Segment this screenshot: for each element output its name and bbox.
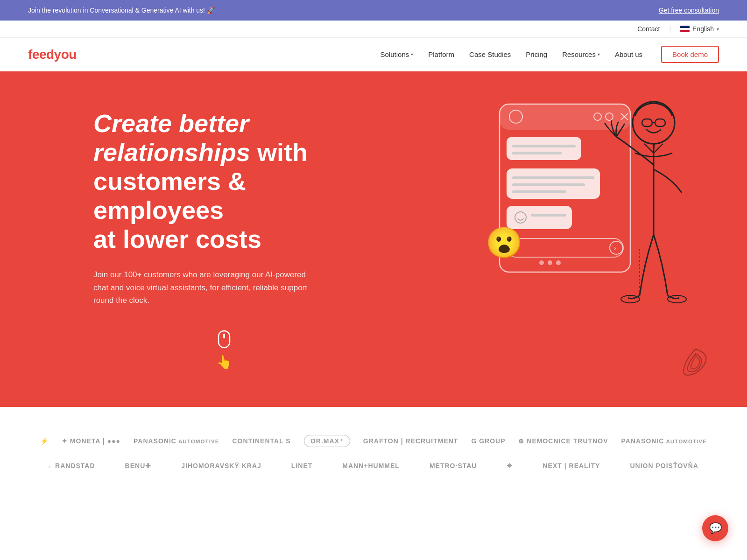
hand-icon: 👆 [216,354,233,370]
logos-row-1: ⚡ ✦ MONETA | ●●● PanasonicAUTOMOTIVE Con… [37,435,710,447]
nav-divider: | [669,25,671,33]
language-selector[interactable]: English ▾ [680,25,719,33]
nav-pricing[interactable]: Pricing [526,50,547,58]
logo-mann-hummel: MANN+HUMMEL [342,462,400,469]
nav-links: Solutions ▾ Platform Case Studies Pricin… [381,50,643,58]
logo-sun: ✳ [507,462,513,469]
logo-next-reality: NEXT | REALITY [543,462,600,469]
svg-point-23 [539,260,544,265]
language-label: English [692,25,714,33]
logo-grafton: grafton | recruitment [363,437,458,445]
logos-section: ⚡ ✦ MONETA | ●●● PanasonicAUTOMOTIVE Con… [0,407,747,512]
svg-rect-29 [655,119,665,126]
hero-section: Create betterrelationships withcustomers… [0,71,747,407]
banner-text: Join the revolution in Conversational & … [28,7,215,14]
logo-randstad: ⌐ randstad [49,462,95,469]
main-nav: feedyou Solutions ▾ Platform Case Studie… [0,38,747,71]
logo-continental: Continental S [232,437,290,445]
resources-chevron-icon: ▾ [598,52,600,57]
logo-panasonic-2: PanasonicAUTOMOTIVE [621,437,706,445]
flag-icon [680,26,690,32]
nav-resources[interactable]: Resources ▾ [562,50,600,58]
top-banner: Join the revolution in Conversational & … [0,0,747,21]
hero-title: Create betterrelationships withcustomers… [93,109,355,253]
nav-platform[interactable]: Platform [428,50,454,58]
contact-link[interactable]: Contact [637,25,660,33]
logo-jihomoravsky: jihomoravský kraj [181,462,261,469]
svg-rect-1 [223,334,225,338]
scroll-indicator: 👆 [93,329,355,370]
svg-rect-0 [218,331,230,348]
logo-icon: ⚡ [40,437,49,445]
logo-union: Union Poisťovňa [630,462,698,469]
logo-panasonic-1: PanasonicAUTOMOTIVE [134,437,219,445]
person-illustration [560,85,710,367]
svg-point-24 [548,260,552,265]
secondary-nav: Contact | English ▾ [0,21,747,38]
logo-benu: BENU✚ [125,462,152,469]
hero-subtitle: Join our 100+ customers who are leveragi… [93,268,308,307]
logo-nemocnice: ⊕ Nemocnice Trutnov [518,437,608,445]
svg-rect-28 [642,119,652,126]
solutions-chevron-icon: ▾ [411,52,413,57]
logo-metrostau: metro·stau [430,462,477,469]
logo-g-group: G Group [471,437,505,445]
logo-drmax: Dr.Max⁺ [304,435,350,447]
hero-content: Create betterrelationships withcustomers… [93,109,355,370]
nav-about[interactable]: About us [615,50,642,58]
logo-moneta: ✦ MONETA | ●●● [62,437,120,445]
wow-emoji: 😮 [486,225,523,260]
nav-case-studies[interactable]: Case Studies [469,50,511,58]
book-demo-button[interactable]: Book demo [661,46,719,63]
hero-title-bold: Create betterrelationships [93,109,250,166]
lang-chevron-icon: ▾ [717,27,719,32]
logo-linet: LINET [291,462,312,469]
logos-row-2: ⌐ randstad BENU✚ jihomoravský kraj LINET… [37,462,710,469]
site-logo[interactable]: feedyou [28,47,77,62]
nav-solutions[interactable]: Solutions ▾ [381,50,414,58]
consultation-link[interactable]: Get free consultation [659,7,719,14]
